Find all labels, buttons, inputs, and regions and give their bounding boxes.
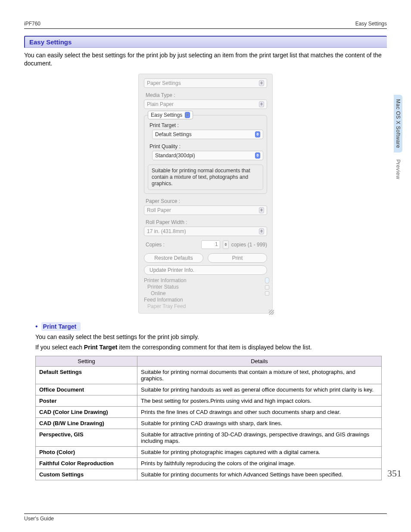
copies-row: Copies : 1 copies (1 - 999)	[146, 240, 267, 249]
easy-settings-group-select[interactable]: Easy Settings	[148, 111, 193, 119]
print-target-select[interactable]: Default Settings	[152, 130, 263, 139]
footer-text: User's Guide	[24, 513, 387, 522]
media-type-value: Plain Paper	[147, 101, 174, 107]
setting-cell: Photo (Color)	[36, 447, 137, 458]
copies-label: Copies :	[146, 242, 165, 248]
th-details: Details	[137, 356, 382, 367]
section-title: Easy Settings	[29, 38, 72, 46]
paper-settings-select-label: Paper Settings	[147, 80, 181, 86]
copies-range: copies (1 - 999)	[231, 242, 267, 248]
restore-defaults-button[interactable]: Restore Defaults	[144, 253, 203, 263]
details-cell: Suitable for attractive printing of 3D-C…	[137, 429, 382, 447]
details-cell: Suitable for printing handouts as well a…	[137, 384, 382, 395]
setting-cell: CAD (Color Line Drawing)	[36, 407, 137, 418]
print-quality-label: Print Quality :	[149, 143, 263, 149]
resize-grip-icon	[269, 310, 274, 315]
setting-cell: Faithful Color Reproduction	[36, 458, 137, 469]
print-button[interactable]: Print	[208, 253, 267, 263]
feed-information-value: Paper Tray Feed	[144, 303, 267, 310]
updown-icon	[259, 207, 264, 213]
updown-icon	[185, 112, 190, 118]
print-target-label: Print Target :	[149, 122, 263, 128]
header-left: iPF760	[24, 21, 40, 27]
easy-settings-group-title: Easy Settings	[151, 112, 182, 118]
copies-input[interactable]: 1	[201, 240, 220, 249]
update-printer-info-button[interactable]: Update Printer Info.	[144, 265, 267, 275]
print-quality-select[interactable]: Standard(300dpi)	[152, 151, 263, 160]
setting-cell: Perspective, GIS	[36, 429, 137, 447]
printer-status-label: Printer Status	[144, 284, 267, 290]
side-tab-mac-software[interactable]: Mac OS X Software	[394, 95, 402, 152]
details-cell: The best setting for posters.Prints usin…	[137, 395, 382, 407]
print-target-line2: If you select each Print Target item the…	[35, 343, 387, 352]
details-cell: Suitable for printing photographic image…	[137, 447, 382, 458]
intro-text: You can easily select the best settings …	[24, 51, 387, 68]
updown-icon	[255, 152, 260, 159]
setting-cell: Custom Settings	[36, 469, 137, 480]
header-right: Easy Settings	[355, 21, 387, 27]
printer-info-block: Printer Information Printer Status Onlin…	[144, 277, 267, 310]
media-type-label: Media Type :	[146, 92, 267, 98]
info-scrollbar[interactable]	[265, 277, 270, 296]
printer-information-label: Printer Information	[144, 277, 267, 284]
updown-icon	[259, 80, 264, 86]
table-row: Faithful Color ReproductionPrints by fai…	[36, 458, 382, 469]
print-target-table: Setting Details Default SettingsSuitable…	[35, 356, 382, 480]
updown-icon	[255, 131, 260, 137]
page-number: 351	[387, 468, 402, 479]
details-cell: Prints by faithfully reproducing the col…	[137, 458, 382, 469]
side-tabs: Mac OS X Software Preview	[394, 95, 402, 184]
table-row: Photo (Color)Suitable for printing photo…	[36, 447, 382, 458]
updown-icon	[259, 228, 264, 234]
print-target-value: Default Settings	[155, 131, 192, 137]
details-cell: Prints the fine lines of CAD drawings an…	[137, 407, 382, 418]
copies-stepper[interactable]	[223, 240, 229, 249]
roll-paper-width-select[interactable]: 17 in. (431.8mm)	[144, 227, 267, 236]
table-row: PosterThe best setting for posters.Print…	[36, 395, 382, 407]
setting-cell: CAD (B/W Line Drawing)	[36, 418, 137, 429]
feed-information-label: Feed Information	[144, 297, 267, 303]
print-quality-value: Standard(300dpi)	[155, 152, 195, 159]
setting-cell: Office Document	[36, 384, 137, 395]
quality-description: Suitable for printing normal documents t…	[148, 165, 263, 190]
section-title-band: Easy Settings	[24, 36, 387, 48]
paper-source-value: Roll Paper	[147, 207, 171, 213]
print-target-line1: You can easily select the best settings …	[35, 333, 387, 341]
table-row: CAD (B/W Line Drawing)Suitable for print…	[36, 418, 382, 429]
setting-cell: Default Settings	[36, 367, 137, 384]
details-cell: Suitable for printing normal documents t…	[137, 367, 382, 384]
table-row: Custom SettingsSuitable for printing doc…	[36, 469, 382, 480]
table-row: CAD (Color Line Drawing)Prints the fine …	[36, 407, 382, 418]
table-row: Perspective, GISSuitable for attractive …	[36, 429, 382, 447]
page-header: iPF760 Easy Settings	[24, 21, 387, 29]
setting-cell: Poster	[36, 395, 137, 407]
th-setting: Setting	[36, 356, 137, 367]
details-cell: Suitable for printing CAD drawings with …	[137, 418, 382, 429]
roll-paper-width-value: 17 in. (431.8mm)	[147, 228, 186, 234]
paper-settings-select[interactable]: Paper Settings	[144, 78, 267, 88]
printer-status-value: Online	[144, 290, 267, 297]
side-tab-preview[interactable]: Preview	[394, 155, 402, 184]
print-target-section: • Print Target You can easily select the…	[35, 322, 387, 352]
updown-icon	[259, 101, 264, 107]
table-row: Default SettingsSuitable for printing no…	[36, 367, 382, 384]
roll-paper-width-label: Roll Paper Width :	[146, 219, 267, 225]
table-row: Office DocumentSuitable for printing han…	[36, 384, 382, 395]
bullet-icon: •	[35, 323, 38, 330]
paper-source-select[interactable]: Roll Paper	[144, 205, 267, 215]
paper-source-label: Paper Source :	[146, 198, 267, 204]
media-type-select[interactable]: Plain Paper	[144, 100, 267, 109]
details-cell: Suitable for printing documents for whic…	[137, 469, 382, 480]
easy-settings-group: Easy Settings Print Target : Default Set…	[144, 115, 267, 194]
print-dialog: Paper Settings Media Type : Plain Paper …	[138, 74, 273, 314]
print-target-title: Print Target	[41, 322, 81, 331]
